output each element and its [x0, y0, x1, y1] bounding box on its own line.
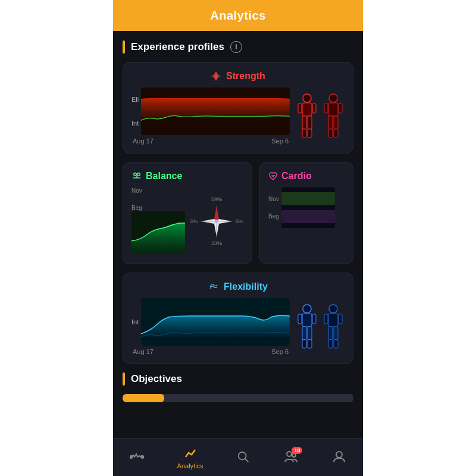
cardio-chart-svg — [281, 187, 335, 228]
svg-rect-18 — [334, 129, 338, 137]
strength-date-start: Aug 17 — [133, 137, 154, 145]
header: Analytics — [113, 0, 363, 31]
cardio-title: Cardio — [281, 171, 312, 181]
community-badge: 10 — [292, 447, 302, 454]
flexibility-date-start: Aug 17 — [133, 348, 154, 355]
svg-rect-38 — [298, 314, 302, 324]
phone-frame: Analytics Experience profiles i Strength — [113, 0, 363, 476]
svg-rect-12 — [328, 103, 338, 116]
svg-rect-9 — [302, 129, 306, 137]
svg-point-3 — [303, 94, 311, 102]
experience-profiles-title: Experience profiles — [131, 41, 224, 53]
flexibility-chart-wrapper: Int — [131, 298, 290, 346]
compass-left-label: 3% — [190, 218, 198, 224]
balance-icon — [131, 172, 142, 180]
svg-point-1 — [212, 74, 221, 78]
strength-body-front — [296, 93, 318, 139]
strength-chart-svg — [141, 87, 290, 135]
compass-right-label: 5% — [236, 218, 243, 224]
flexibility-body-front — [296, 304, 318, 349]
svg-rect-50 — [328, 340, 333, 348]
svg-rect-6 — [312, 104, 316, 113]
nav-item-community[interactable]: 10 — [283, 449, 299, 466]
balance-cardio-row: Balance Nov Beg — [123, 162, 353, 264]
compass-top-label: 59% — [211, 196, 222, 202]
flexibility-card: Flexibility Int — [123, 273, 353, 364]
objectives-title: Objectives — [131, 373, 182, 385]
strength-icon — [211, 71, 221, 82]
svg-rect-17 — [328, 129, 333, 137]
svg-rect-5 — [298, 104, 302, 113]
flexibility-body-back — [322, 304, 345, 349]
balance-title: Balance — [146, 171, 182, 181]
svg-rect-43 — [308, 340, 312, 348]
compass-bottom-label: 33% — [211, 240, 222, 246]
objectives-progress-container — [123, 394, 353, 402]
content-area: Experience profiles i Strength Eli Int — [113, 31, 363, 438]
strength-body-figures — [296, 93, 345, 139]
compass-middle: 3% — [190, 203, 243, 239]
compass-container: 59% 3% — [190, 196, 243, 246]
balance-mini-chart: Nov Beg — [131, 187, 185, 255]
svg-rect-48 — [328, 327, 333, 340]
svg-point-19 — [134, 173, 137, 176]
header-title: Analytics — [210, 9, 265, 23]
objectives-section-bar — [123, 372, 125, 386]
svg-rect-15 — [328, 116, 333, 129]
flexibility-label-int: Int — [131, 318, 139, 325]
cardio-chart-area: Nov Beg — [268, 187, 345, 228]
svg-rect-37 — [302, 314, 312, 327]
svg-point-54 — [239, 452, 246, 459]
strength-chart-area: Eli Int — [131, 87, 290, 145]
strength-date-end: Sep 6 — [271, 137, 289, 145]
strength-content: Eli Int — [131, 87, 345, 145]
nav-item-profile[interactable] — [331, 449, 347, 466]
cardio-label-beg: Beg — [268, 213, 279, 220]
nav-item-search[interactable] — [236, 449, 251, 466]
cardio-label-nov: Nov — [268, 196, 279, 202]
svg-rect-41 — [308, 327, 312, 340]
balance-title-row: Balance — [131, 171, 243, 181]
balance-label-nov: Nov — [131, 187, 183, 194]
svg-rect-16 — [334, 116, 338, 129]
strength-chart-wrapper: Eli Int — [131, 87, 290, 135]
flexibility-content: Int — [131, 298, 345, 355]
svg-rect-33 — [281, 192, 335, 205]
balance-card: Balance Nov Beg — [123, 162, 252, 264]
nav-item-fitness[interactable] — [129, 449, 145, 466]
flexibility-icon — [208, 281, 219, 292]
flexibility-dates: Aug 17 Sep 6 — [131, 348, 290, 355]
community-icon: 10 — [283, 449, 299, 465]
cardio-card: Cardio Nov Beg — [259, 162, 353, 264]
strength-title: Strength — [226, 71, 265, 82]
balance-label-beg: Beg — [131, 205, 183, 211]
svg-rect-52 — [130, 456, 132, 458]
strength-dates: Aug 17 Sep 6 — [131, 137, 290, 145]
cardio-labels-col: Nov Beg — [268, 196, 279, 220]
svg-rect-39 — [312, 314, 316, 324]
flexibility-title-row: Flexibility — [131, 281, 345, 292]
svg-rect-40 — [302, 327, 306, 340]
flexibility-title: Flexibility — [224, 281, 268, 292]
info-icon[interactable]: i — [230, 41, 242, 53]
svg-point-36 — [303, 305, 311, 313]
svg-point-31 — [215, 220, 218, 223]
analytics-icon — [183, 446, 198, 461]
svg-rect-45 — [328, 314, 338, 327]
svg-rect-14 — [339, 104, 342, 113]
nav-item-analytics[interactable]: Analytics — [177, 446, 203, 469]
section-bar — [123, 40, 125, 54]
profile-icon — [331, 449, 347, 465]
svg-rect-53 — [142, 456, 143, 458]
objectives-progress-fill — [123, 394, 164, 402]
strength-title-row: Strength — [131, 71, 345, 82]
svg-line-55 — [245, 458, 249, 462]
bottom-spacer — [123, 407, 353, 414]
cardio-icon — [268, 171, 278, 181]
strength-label-int: Int — [131, 120, 139, 127]
svg-rect-4 — [302, 103, 312, 116]
svg-point-44 — [329, 305, 337, 313]
bottom-nav: Analytics 10 — [113, 438, 363, 476]
compass-svg — [199, 203, 234, 239]
svg-rect-51 — [334, 340, 338, 348]
